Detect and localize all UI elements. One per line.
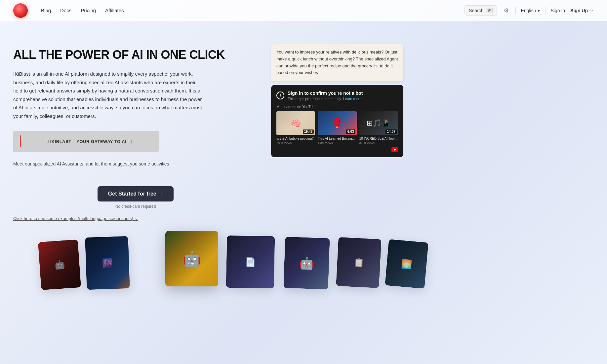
- sign-up-button[interactable]: Sign Up →: [570, 8, 594, 13]
- logo-container: [13, 3, 28, 18]
- gallery-card-6[interactable]: 📋: [336, 237, 382, 288]
- yt-video-card-3[interactable]: ⊞🎵📱 14:07 10 INCREDIBLE AI Tools... 375K…: [359, 111, 398, 145]
- yt-views-3: 375K views: [359, 141, 398, 145]
- search-label: Search: [469, 8, 483, 13]
- cta-banner-text: ❏ IKIBLAST – YOUR GATEWAY TO AI ❏: [24, 139, 152, 144]
- gallery-link[interactable]: Click here to see some examples (multi-l…: [13, 216, 138, 221]
- yt-title: Sign in to confirm you're not a bot: [288, 90, 363, 96]
- chevron-down-icon: ▾: [538, 8, 540, 13]
- gallery-card-3[interactable]: 🤖: [165, 231, 218, 286]
- yt-thumb-2: 🥊 6:03: [318, 111, 356, 135]
- divider: [515, 7, 516, 14]
- hero-title: ALL THE POWER OF AI IN ONE CLICK: [13, 48, 258, 62]
- no-credit-text: No credit-card required: [115, 204, 156, 209]
- main-content: ALL THE POWER OF AI IN ONE CLICK IKiBlas…: [0, 21, 607, 209]
- nav-link-affiliates[interactable]: Affiliates: [105, 8, 124, 13]
- youtube-play-icon: [394, 148, 396, 151]
- divider-2: [545, 7, 546, 14]
- chat-bubble-text: You want to impress your relatives with …: [276, 50, 398, 75]
- yt-video-title-2: This AI Learned Boxing...: [318, 136, 356, 141]
- nav-link-pricing[interactable]: Pricing: [81, 8, 96, 13]
- language-label: English: [521, 8, 536, 13]
- meet-assistants-text: Meet our specialized AI Assistants, and …: [13, 161, 258, 166]
- yt-views-2: 4.3M views: [318, 141, 356, 145]
- yt-thumb-1: 🧠 19:48: [276, 111, 315, 135]
- cta-accent-bar: [20, 135, 21, 147]
- nav-link-docs[interactable]: Docs: [60, 8, 71, 13]
- gallery-card-5[interactable]: 🤖: [283, 237, 330, 290]
- yt-video-card-2[interactable]: 🥊 6:03 This AI Learned Boxing... 4.3M vi…: [318, 111, 356, 145]
- chat-bubble: You want to impress your relatives with …: [271, 44, 403, 81]
- nav-links: Blog Docs Pricing Affiliates: [41, 8, 124, 13]
- gallery-card-7[interactable]: 🌅: [385, 239, 428, 289]
- hero-description: IKiBlast is an all-in-one AI platform de…: [13, 70, 205, 120]
- yt-duration-2: 6:03: [346, 129, 355, 134]
- hero-left: ALL THE POWER OF AI IN ONE CLICK IKiBlas…: [13, 41, 258, 209]
- yt-views-1: 189K views: [276, 141, 315, 145]
- cta-banner: ❏ IKIBLAST – YOUR GATEWAY TO AI ❏: [13, 131, 159, 152]
- gear-icon: ⚙: [504, 7, 509, 14]
- nav-link-blog[interactable]: Blog: [41, 8, 51, 13]
- navbar: Blog Docs Pricing Affiliates Search ⌘ ⚙ …: [0, 0, 607, 21]
- hero-right: You want to impress your relatives with …: [271, 41, 403, 209]
- yt-learn-more-link[interactable]: Learn more: [343, 97, 361, 101]
- yt-more-label: More videos on YouTube: [276, 105, 398, 109]
- language-selector[interactable]: English ▾: [521, 8, 540, 13]
- youtube-widget: ! Sign in to confirm you're not a bot Th…: [271, 85, 403, 157]
- search-shortcut: ⌘: [486, 8, 493, 13]
- yt-header: ! Sign in to confirm you're not a bot Th…: [276, 90, 398, 101]
- search-button[interactable]: Search ⌘: [465, 5, 497, 16]
- gallery-card-4[interactable]: 📄: [226, 236, 275, 289]
- yt-video-title-3: 10 INCREDIBLE AI Tools...: [359, 136, 398, 141]
- yt-videos: 🧠 19:48 Is the AI bubble popping? 189K v…: [276, 111, 398, 145]
- gear-button[interactable]: ⚙: [502, 6, 510, 16]
- yt-thumb-3: ⊞🎵📱 14:07: [359, 111, 398, 135]
- gallery-card-1[interactable]: 🤖: [38, 239, 81, 290]
- get-started-button[interactable]: Get Started for free →: [98, 186, 174, 201]
- yt-footer: [276, 147, 398, 152]
- logo-icon: [13, 3, 28, 18]
- arrow-right-icon: →: [589, 8, 594, 13]
- youtube-logo-icon: [391, 147, 398, 152]
- gallery-section: Click here to see some examples (multi-l…: [0, 209, 607, 307]
- cta-section: Get Started for free → No credit-card re…: [13, 186, 258, 209]
- nav-right: Search ⌘ ⚙ English ▾ Sign In Sign Up →: [465, 5, 594, 16]
- sign-in-button[interactable]: Sign In: [551, 8, 565, 13]
- yt-title-block: Sign in to confirm you're not a bot This…: [288, 90, 363, 101]
- yt-video-card-1[interactable]: 🧠 19:48 Is the AI bubble popping? 189K v…: [276, 111, 315, 145]
- yt-video-title-1: Is the AI bubble popping?: [276, 136, 315, 141]
- gallery-card-2[interactable]: 🌆: [85, 236, 130, 290]
- gallery-track: 🤖 🌆 🤖 📄 🤖: [20, 228, 587, 294]
- yt-duration-1: 19:48: [303, 129, 314, 134]
- yt-duration-3: 14:07: [385, 129, 397, 134]
- warning-icon: !: [276, 91, 284, 99]
- sign-up-label: Sign Up: [570, 8, 588, 13]
- yt-subtitle: This helps protect our community. Learn …: [288, 97, 363, 101]
